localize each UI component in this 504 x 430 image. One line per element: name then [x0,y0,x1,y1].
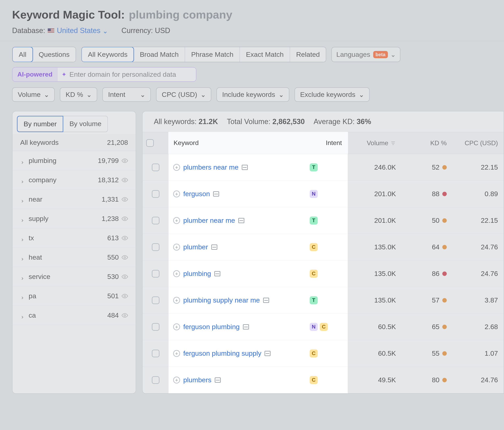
kd-dot-icon [442,272,447,276]
add-keyword-icon[interactable]: + [169,244,176,251]
row-checkbox[interactable] [152,190,160,198]
add-keyword-icon[interactable]: + [169,217,176,224]
eye-icon[interactable] [122,293,128,299]
sidebar-all-keywords-count: 21,208 [107,139,128,146]
sidebar-group-plumbing[interactable]: plumbing 19,799 [12,151,136,170]
database-selector[interactable]: Database: United States [12,26,108,35]
query-value: plumbing company [129,8,232,21]
intent-cell: T [310,217,348,225]
eye-icon[interactable] [122,254,128,261]
cpc-filter[interactable]: CPC (USD) [156,88,211,102]
tab-all[interactable]: All [12,47,33,62]
kd-cell: 57 [405,296,451,304]
cpc-cell: 24.76 [451,243,504,251]
sidebar-group-ca[interactable]: ca 484 [12,306,136,325]
eye-icon[interactable] [122,158,128,164]
col-kd[interactable]: KD % [405,139,451,147]
cpc-cell: 1.07 [451,350,504,357]
eye-icon[interactable] [122,273,128,280]
keyword-link[interactable]: ferguson plumbing [179,323,235,331]
sidebar-group-service[interactable]: service 530 [12,267,136,286]
kd-dot-icon [442,165,447,170]
summary-kd-value: 36% [357,117,371,126]
table-row: + ferguson plumbing supply C 60.5K 55 1.… [143,340,504,367]
keyword-link[interactable]: plumbers [179,376,207,384]
col-keyword[interactable]: Keyword [169,139,310,147]
eye-icon[interactable] [122,216,128,222]
match-tabs: All Keywords Broad Match Phrase Match Ex… [81,47,326,62]
intent-filter[interactable]: Intent [102,88,151,102]
keyword-link[interactable]: plumber [179,243,204,251]
add-keyword-icon[interactable]: + [169,377,176,384]
eye-icon[interactable] [122,312,128,319]
add-keyword-icon[interactable]: + [169,270,176,277]
kd-filter[interactable]: KD % [60,88,97,102]
summary-tv-value: 2,862,530 [272,117,305,126]
serp-icon[interactable] [209,191,215,197]
sidebar-group-count: 550 [107,253,119,261]
sidebar-group-pa[interactable]: pa 501 [12,286,136,306]
add-keyword-icon[interactable]: + [169,191,176,197]
keyword-link[interactable]: plumber near me [179,217,231,224]
svg-point-7 [124,295,126,297]
serp-icon[interactable] [210,377,216,383]
add-keyword-icon[interactable]: + [169,350,176,357]
keyword-link[interactable]: ferguson plumbing supply [179,350,257,357]
col-intent[interactable]: Intent [310,139,348,147]
row-checkbox[interactable] [152,217,160,224]
sidebar-group-company[interactable]: company 18,312 [12,170,136,190]
intent-badge-c: C [320,323,328,331]
tab-by-number[interactable]: By number [17,116,63,132]
tab-related[interactable]: Related [290,47,326,62]
serp-icon[interactable] [210,271,216,276]
tab-questions[interactable]: Questions [33,47,76,62]
sidebar-group-supply[interactable]: supply 1,238 [12,209,136,228]
tab-all-keywords[interactable]: All Keywords [81,47,134,62]
eye-icon[interactable] [122,196,128,203]
eye-icon[interactable] [122,235,128,241]
volume-cell: 135.0K [348,270,405,278]
exclude-keywords-filter[interactable]: Exclude keywords [295,88,369,102]
row-checkbox[interactable] [152,297,160,304]
serp-icon[interactable] [238,324,244,330]
select-all-checkbox[interactable] [146,139,154,147]
row-checkbox[interactable] [152,164,160,171]
summary-kd-label: Average KD: [314,117,354,126]
keyword-link[interactable]: plumbing [179,270,207,278]
languages-button[interactable]: Languages beta [332,47,400,62]
row-checkbox[interactable] [152,270,160,278]
intent-badge-t: T [310,163,318,171]
keyword-link[interactable]: plumbing supply near me [179,296,255,304]
tab-exact-match[interactable]: Exact Match [240,47,290,62]
add-keyword-icon[interactable]: + [169,297,176,304]
col-volume[interactable]: Volume [348,139,405,147]
sidebar-group-near[interactable]: near 1,331 [12,190,136,209]
col-cpc[interactable]: CPC (USD) [451,139,504,147]
domain-input[interactable] [69,70,190,78]
intent-badge-c: C [310,350,318,358]
row-checkbox[interactable] [152,350,160,357]
serp-icon[interactable] [259,298,265,303]
add-keyword-icon[interactable]: + [169,164,176,171]
volume-cell: 201.0K [348,190,405,198]
row-checkbox[interactable] [152,243,160,251]
sidebar-group-tx[interactable]: tx 613 [12,228,136,248]
tab-phrase-match[interactable]: Phrase Match [185,47,240,62]
tab-broad-match[interactable]: Broad Match [134,47,185,62]
serp-icon[interactable] [260,351,266,356]
serp-icon[interactable] [207,245,213,250]
serp-icon[interactable] [234,218,240,223]
add-keyword-icon[interactable]: + [169,324,176,330]
volume-filter[interactable]: Volume [12,88,55,102]
keyword-link[interactable]: plumbers near me [179,163,234,171]
sidebar-group-count: 1,238 [102,215,119,223]
eye-icon[interactable] [122,177,128,183]
include-keywords-filter[interactable]: Include keywords [216,88,289,102]
row-checkbox[interactable] [152,323,160,331]
serp-icon[interactable] [237,165,243,170]
sidebar-group-heat[interactable]: heat 550 [12,248,136,267]
row-checkbox[interactable] [152,376,160,384]
keyword-link[interactable]: ferguson [179,190,206,198]
tab-by-volume[interactable]: By volume [63,116,108,132]
database-value: United States [57,26,100,35]
